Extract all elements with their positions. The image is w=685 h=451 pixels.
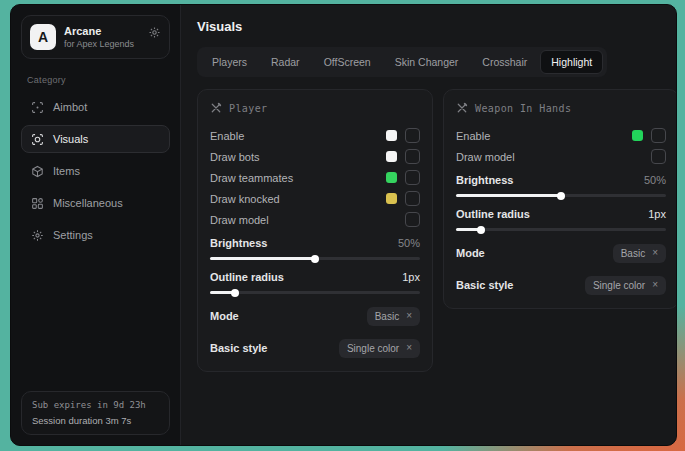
sidebar-item-aimbot[interactable]: Aimbot (21, 93, 170, 121)
slider-value: 1px (648, 208, 666, 220)
checkbox[interactable] (651, 149, 666, 164)
sidebar-item-settings[interactable]: Settings (21, 221, 170, 249)
app-logo: A (30, 24, 56, 50)
sidebar-item-miscellaneous[interactable]: Miscellaneous (21, 189, 170, 217)
select-label: Mode (456, 247, 485, 259)
toggle-label: Draw model (210, 214, 269, 226)
tab-radar[interactable]: Radar (260, 50, 311, 74)
select-label: Mode (210, 310, 239, 322)
tab-bar: Players Radar OffScreen Skin Changer Cro… (197, 47, 607, 77)
app-subtitle: for Apex Legends (64, 39, 140, 49)
tab-highlight[interactable]: Highlight (540, 50, 603, 74)
brightness-slider[interactable] (456, 194, 666, 197)
tab-players[interactable]: Players (201, 50, 258, 74)
slider-value: 50% (398, 237, 420, 249)
mode-select-row: Mode Basic × (456, 242, 666, 264)
slider-label: Brightness (210, 237, 267, 249)
close-icon[interactable]: × (652, 280, 658, 290)
panel-header: Player (210, 102, 420, 114)
select-label: Basic style (456, 279, 513, 291)
sidebar-item-visuals[interactable]: Visuals (21, 125, 170, 153)
brightness-slider[interactable] (210, 257, 420, 260)
toggle-row-draw-bots: Draw bots (210, 146, 420, 167)
app-meta: Arcane for Apex Legends (64, 25, 140, 49)
chip-value: Single color (593, 280, 645, 291)
mode-chip[interactable]: Basic × (367, 307, 420, 326)
app-window: A Arcane for Apex Legends Category (10, 4, 677, 446)
crosshair-icon (31, 101, 44, 114)
toggle-label: Draw bots (210, 151, 260, 163)
close-icon[interactable]: × (406, 311, 412, 321)
checkbox[interactable] (405, 149, 420, 164)
checkbox[interactable] (405, 212, 420, 227)
page-title: Visuals (197, 19, 660, 34)
weapon-in-hands-panel: Weapon In Hands Enable Draw model (443, 89, 676, 309)
close-icon[interactable]: × (406, 343, 412, 353)
color-swatch[interactable] (386, 130, 397, 141)
sidebar-item-label: Visuals (53, 133, 88, 145)
checkbox[interactable] (405, 191, 420, 206)
outline-radius-slider[interactable] (210, 291, 420, 294)
toggle-row-enable: Enable (456, 125, 666, 146)
color-swatch[interactable] (632, 130, 643, 141)
slider-fill (456, 194, 561, 197)
session-duration-text: Session duration 3m 7s (32, 415, 159, 426)
panel-title: Player (229, 103, 268, 114)
cube-icon (31, 165, 44, 178)
tools-icon (210, 102, 222, 114)
toggle-label: Draw teammates (210, 172, 293, 184)
slider-thumb[interactable] (477, 226, 485, 234)
close-icon[interactable]: × (652, 248, 658, 258)
grid-icon (31, 197, 44, 210)
slider-thumb[interactable] (557, 192, 565, 200)
chip-value: Basic (621, 248, 645, 259)
tab-skin-changer[interactable]: Skin Changer (384, 50, 470, 74)
tab-crosshair[interactable]: Crosshair (471, 50, 538, 74)
select-label: Basic style (210, 342, 267, 354)
basic-style-select-row: Basic style Single color × (456, 274, 666, 296)
brightness-slider-block: Brightness 50% (456, 174, 666, 197)
sidebar-item-items[interactable]: Items (21, 157, 170, 185)
checkbox[interactable] (651, 128, 666, 143)
color-swatch[interactable] (386, 151, 397, 162)
slider-label: Outline radius (210, 271, 284, 283)
brightness-slider-block: Brightness 50% (210, 237, 420, 260)
basic-style-chip[interactable]: Single color × (339, 339, 420, 358)
checkbox[interactable] (405, 128, 420, 143)
panel-title: Weapon In Hands (475, 103, 571, 114)
outline-radius-slider-block: Outline radius 1px (210, 271, 420, 294)
tab-offscreen[interactable]: OffScreen (313, 50, 382, 74)
slider-thumb[interactable] (231, 289, 239, 297)
sidebar-nav: Aimbot Visuals (21, 93, 170, 249)
gear-icon[interactable] (148, 26, 161, 39)
outline-radius-slider-block: Outline radius 1px (456, 208, 666, 231)
toggle-row-draw-model: Draw model (456, 146, 666, 167)
panels-row: Player Enable Draw bots (197, 89, 660, 372)
color-swatch[interactable] (386, 193, 397, 204)
basic-style-chip[interactable]: Single color × (585, 276, 666, 295)
outline-radius-slider[interactable] (456, 228, 666, 231)
toggle-label: Enable (210, 130, 244, 142)
player-panel: Player Enable Draw bots (197, 89, 433, 372)
app-header-card: A Arcane for Apex Legends (21, 15, 170, 59)
toggle-row-draw-model: Draw model (210, 209, 420, 230)
chip-value: Basic (375, 311, 399, 322)
gear-icon (31, 229, 44, 242)
sub-expires-text: Sub expires in 9d 23h (32, 400, 159, 410)
panel-header: Weapon In Hands (456, 102, 666, 114)
slider-label: Brightness (456, 174, 513, 186)
category-label: Category (27, 75, 164, 85)
color-swatch[interactable] (386, 172, 397, 183)
mode-chip[interactable]: Basic × (613, 244, 666, 263)
slider-thumb[interactable] (311, 255, 319, 263)
toggle-label: Enable (456, 130, 490, 142)
checkbox[interactable] (405, 170, 420, 185)
slider-value: 1px (402, 271, 420, 283)
main-content: Visuals Players Radar OffScreen Skin Cha… (181, 5, 676, 445)
basic-style-select-row: Basic style Single color × (210, 337, 420, 359)
slider-label: Outline radius (456, 208, 530, 220)
tools-icon (456, 102, 468, 114)
sidebar-item-label: Aimbot (53, 101, 87, 113)
scan-eye-icon (31, 133, 44, 146)
toggle-row-draw-knocked: Draw knocked (210, 188, 420, 209)
